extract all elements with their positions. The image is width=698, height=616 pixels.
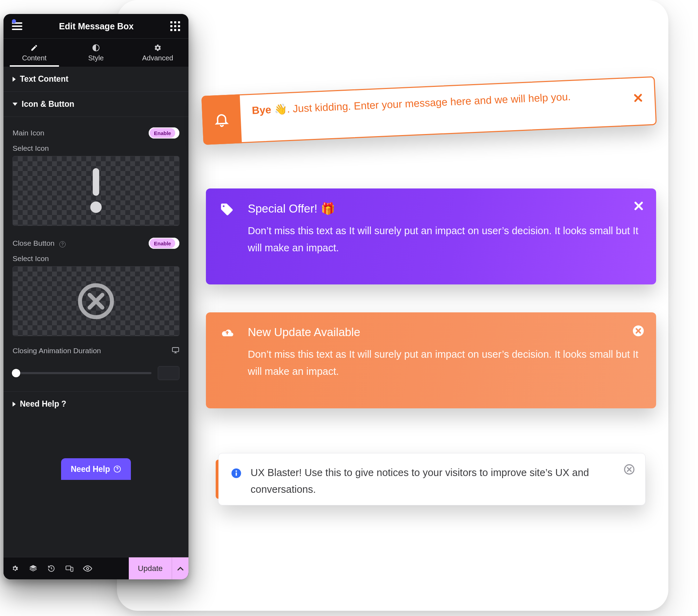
caret-down-icon [13,103,17,106]
wave-emoji: 👋 [274,103,287,115]
eye-icon[interactable] [83,564,92,573]
message-3-title: New Update Available [248,326,642,339]
panel-body: Text Content Icon & Button Main Icon Ena… [3,67,188,557]
message-box-4: UX Blaster! Use this to give notices to … [218,453,646,505]
message-1-text: Bye 👋. Just kidding. Enter your message … [252,87,620,119]
update-button[interactable]: Update [129,557,172,579]
menu-icon[interactable] [12,22,22,30]
message-4-edge [216,460,218,499]
tab-advanced[interactable]: Advanced [127,39,188,67]
apps-grid-icon[interactable] [170,21,180,31]
message-2-body: Don’t miss this text as It will surely p… [248,222,642,257]
message-2-close[interactable] [633,200,644,213]
slider-thumb[interactable] [12,369,20,377]
editor-panel: Edit Message Box Content Style Advanced … [3,14,188,579]
question-circle-icon [113,465,121,473]
exclamation-icon [86,166,106,215]
close-button-label-text: Close Button [13,239,54,247]
field-main-icon: Main Icon Enable [13,123,179,143]
section-text-content-label: Text Content [20,74,68,84]
message-3-close[interactable] [632,325,644,338]
bell-icon [213,111,230,128]
closing-anim-label: Closing Animation Duration [13,347,101,355]
svg-rect-6 [66,566,71,570]
toggle-main-icon-state: Enable [150,128,175,138]
toggle-main-icon[interactable]: Enable [149,127,179,139]
closing-anim-slider-row [13,359,179,381]
tab-style-label: Style [88,54,104,62]
message-2-title: Special Offer! 🎁 [248,202,642,215]
message-4-close[interactable] [624,464,635,476]
message-3-body: Don’t miss this text as It will surely p… [248,346,642,380]
message-2-title-text: Special Offer! [248,202,317,215]
panel-header: Edit Message Box [3,14,188,38]
layers-icon[interactable] [29,564,38,573]
svg-point-8 [87,567,89,570]
tab-content-label: Content [22,54,46,62]
message-1-side [201,94,242,145]
update-caret-button[interactable] [172,557,188,579]
gear-icon [154,44,162,52]
main-icon-label: Main Icon [13,129,44,137]
gift-emoji: 🎁 [321,202,335,215]
close-circle-icon [77,282,115,320]
section-icon-button-label: Icon & Button [22,99,74,109]
message-box-3: New Update Available Don’t miss this tex… [206,312,656,408]
closing-anim-slider[interactable] [13,372,151,374]
need-help-button-label: Need Help [71,465,110,474]
tab-advanced-label: Advanced [142,54,173,62]
field-closing-anim: Closing Animation Duration [13,342,179,359]
field-close-button: Close Button ? Enable [13,233,179,253]
responsive-icon[interactable] [172,347,179,355]
toggle-close-button-state: Enable [150,238,175,248]
chevron-up-icon [177,566,184,571]
footer-icons [3,557,99,579]
close-circle-icon [632,325,644,337]
svg-rect-1 [93,168,99,196]
group-icon-button: Main Icon Enable Select Icon Close Butto… [3,117,188,384]
svg-rect-4 [172,348,179,352]
caret-right-icon [13,77,16,82]
panel-title: Edit Message Box [59,21,134,31]
help-hint-icon[interactable]: ? [59,241,66,247]
tab-style[interactable]: Style [65,39,127,67]
message-4-text: UX Blaster! Use this to give notices to … [251,465,614,498]
close-icon [633,200,644,211]
close-button-label: Close Button ? [13,239,66,247]
tag-icon [220,202,234,218]
message-1-close[interactable] [633,92,644,105]
update-area: Update [129,557,188,579]
caret-right-icon [13,402,16,407]
section-text-content[interactable]: Text Content [3,67,188,92]
notification-dot [12,19,16,23]
tab-content[interactable]: Content [3,39,65,67]
icon-picker-close[interactable] [13,266,179,336]
close-circle-outline-icon [624,464,635,475]
cloud-upload-icon [220,326,235,340]
panel-tabs: Content Style Advanced [3,38,188,67]
half-circle-icon [92,44,100,52]
history-icon[interactable] [47,564,56,573]
message-box-2: Special Offer! 🎁 Don’t miss this text as… [206,188,656,284]
pencil-icon [30,44,38,52]
panel-footer: Update [3,557,188,579]
close-icon [633,92,644,103]
toggle-close-button[interactable]: Enable [149,238,179,249]
devices-icon[interactable] [65,564,74,573]
section-need-help-label: Need Help ? [20,399,66,409]
svg-point-2 [90,201,102,213]
message-1-rest: . Just kidding. Enter your message here … [287,91,571,114]
select-icon-2-label: Select Icon [13,253,179,266]
need-help-button[interactable]: Need Help [61,458,131,480]
svg-point-12 [236,470,237,472]
info-icon [231,468,242,480]
icon-picker-main[interactable] [13,156,179,226]
message-1-bold: Bye [252,104,271,116]
svg-rect-11 [236,473,237,476]
select-icon-1-label: Select Icon [13,143,179,156]
svg-rect-7 [71,567,73,571]
section-need-help[interactable]: Need Help ? [3,391,188,416]
section-icon-button[interactable]: Icon & Button [3,92,188,117]
settings-icon[interactable] [10,564,20,573]
closing-anim-value-input[interactable] [158,366,179,380]
